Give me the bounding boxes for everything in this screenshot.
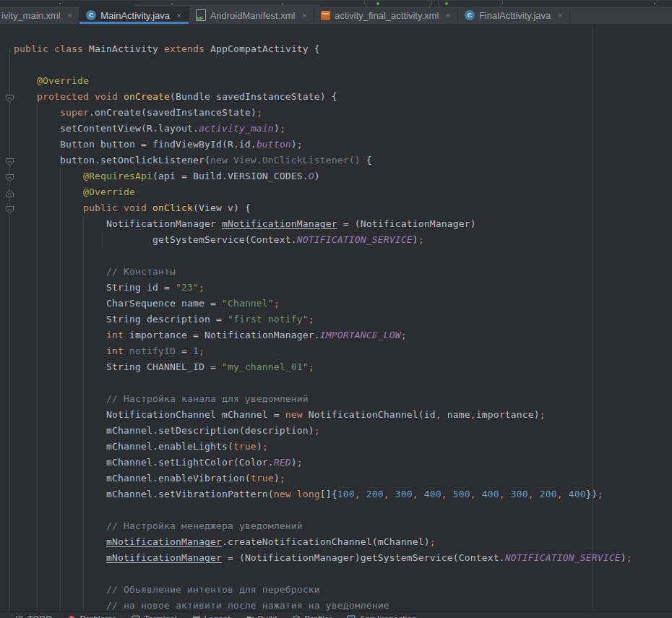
code-line[interactable]: setContentView(R.layout.activity_main); [0,121,672,137]
code-line[interactable]: mNotificationManager = (NotificationMana… [0,550,672,566]
fold-collapse-icon[interactable] [5,204,14,213]
code-token: getSystemService(Context. [14,234,297,245]
code-token: new long [274,489,320,499]
code-line[interactable]: @Override [0,184,672,200]
code-token: NotificationChannel mChannel = [14,409,285,420]
terminal-icon [132,615,140,618]
code-token: ) [274,473,280,484]
code-line[interactable]: int notifyID = 1; [0,343,672,359]
tab-close-icon[interactable]: × [445,10,451,21]
code-line[interactable]: @RequiresApi(api = Build.VERSION_CODES.O… [0,168,672,184]
editor-tab-androidmanifest-xml[interactable]: MFAndroidManifest.xml× [189,7,314,24]
code-line[interactable]: // на новое активити после нажатия на ув… [0,598,672,611]
todo-icon [15,615,24,618]
tab-close-icon[interactable]: × [557,10,563,21]
code-line[interactable]: int importance = NotificationManager.IMP… [0,327,672,343]
fold-collapse-icon[interactable] [5,156,14,165]
code-token: mChannel.enableLights( [14,441,233,452]
code-line[interactable]: String description = "first notify"; [0,312,672,327]
code-token: ) [291,139,297,150]
toolwindow-button-app-inspection[interactable]: App Inspection [347,614,416,618]
code-token: notifyID [129,346,176,356]
toolwindow-button-todo[interactable]: TODO [15,614,52,618]
code-token: ) [257,441,262,452]
code-line[interactable]: mChannel.enableVibration(true); [0,471,672,486]
code-token: ) [274,123,280,134]
code-token: ; [626,552,632,563]
code-token: (Bundle savedInstanceState) { [170,91,337,102]
code-token: ) [314,171,320,181]
toolwindow-button-problems[interactable]: Problems [67,614,116,618]
code-line[interactable]: CharSequence name = "Channel"; [0,296,672,312]
code-line[interactable]: Button button = findViewById(R.id.button… [0,137,672,153]
code-line[interactable] [0,502,672,518]
code-line[interactable]: public void onClick(View v) { [0,200,672,216]
editor-tab-mainactivity-java[interactable]: CMainActivity.java× [79,7,189,24]
code-line[interactable]: NotificationManager mNotificationManager… [0,216,672,232]
code-token: mNotificationManager [222,218,337,229]
code-token: ) [621,552,626,563]
code-token: []{ [320,489,337,499]
code-token [14,266,106,277]
code-token: 200 [366,489,384,499]
app-inspection-icon [347,615,356,618]
code-token: ; [280,123,285,134]
code-token: ; [418,234,424,245]
toolwindow-button-profiler[interactable]: Profiler [292,614,332,618]
code-line[interactable] [0,375,672,391]
code-token: mChannel.setLightColor(Color. [14,457,274,468]
code-line[interactable] [0,57,672,73]
editor-tab-ivity-main-xml[interactable]: ivity_main.xml× [0,7,79,24]
code-line[interactable]: String id = "23"; [0,280,672,296]
tab-close-icon[interactable]: × [67,10,73,21]
code-token: NotificationManager [14,218,222,229]
code-line[interactable]: super.onCreate(savedInstanceState); [0,105,672,121]
code-line[interactable]: // Настройка канала для уведомлений [0,391,672,407]
code-line[interactable]: mChannel.setLightColor(Color.RED); [0,455,672,471]
code-token: // Настройка канала для уведомлений [106,393,309,404]
build-icon [246,615,254,618]
code-token: name [441,409,470,420]
code-token: IMPORTANCE_LOW [320,330,401,340]
code-token [14,186,83,197]
code-line[interactable]: // Настройка менеджера уведомлений [0,518,672,534]
code-token: , [499,489,511,499]
fold-collapse-icon[interactable] [5,172,14,181]
tab-close-icon[interactable]: × [176,10,182,21]
editor-tab-finalacttivity-java[interactable]: CFinalActtivity.java× [458,7,570,24]
tab-close-icon[interactable]: × [301,10,307,21]
code-token: int [106,346,129,356]
toolwindow-button-logcat[interactable]: Logcat [192,614,231,618]
code-line[interactable]: // Обьявление интентов для переброски [0,582,672,598]
code-line[interactable]: mChannel.enableLights(true); [0,439,672,455]
code-line[interactable]: mChannel.setVibrationPattern(new long[]{… [0,486,672,502]
app-inspection-icon [347,615,356,618]
code-line[interactable]: protected void onCreate(Bundle savedInst… [0,89,672,105]
code-token: , [557,489,569,499]
code-line[interactable]: button.setOnClickListener(new View.OnCli… [0,153,672,168]
code-line[interactable]: public class MainActivity extends AppCom… [0,41,672,57]
toolwindow-button-build[interactable]: Build [246,614,277,618]
code-line[interactable]: NotificationChannel mChannel = new Notif… [0,407,672,423]
code-token: 400 [424,489,441,499]
code-token: ; [309,314,314,325]
code-line[interactable]: mChannel.setDescription(description); [0,423,672,439]
code-token: true [233,441,257,452]
code-line[interactable] [0,248,672,264]
fold-collapse-up-icon[interactable] [5,188,14,197]
code-line[interactable]: // Константы [0,264,672,280]
code-line[interactable]: mNotificationManager.createNotificationC… [0,534,672,550]
editor-tab-activity-final-acttivity-xml[interactable]: activity_final_acttivity.xml× [314,7,458,24]
code-line[interactable]: String CHANNEL_ID = "my_channel_01"; [0,359,672,375]
code-line[interactable]: getSystemService(Context.NOTIFICATION_SE… [0,232,672,248]
toolwindow-button-terminal[interactable]: Terminal [132,614,176,618]
code-token: "23" [176,282,199,293]
code-editor[interactable]: public class MainActivity extends AppCom… [0,24,672,611]
code-line[interactable] [0,566,672,582]
code-line[interactable]: @Override [0,73,672,89]
fold-collapse-icon[interactable] [5,93,14,101]
toolwindow-button-label: App Inspection [359,614,416,618]
code-token: NOTIFICATION_SERVICE [505,552,621,563]
code-token: button [257,139,291,150]
toolbar-separator [59,3,61,4]
